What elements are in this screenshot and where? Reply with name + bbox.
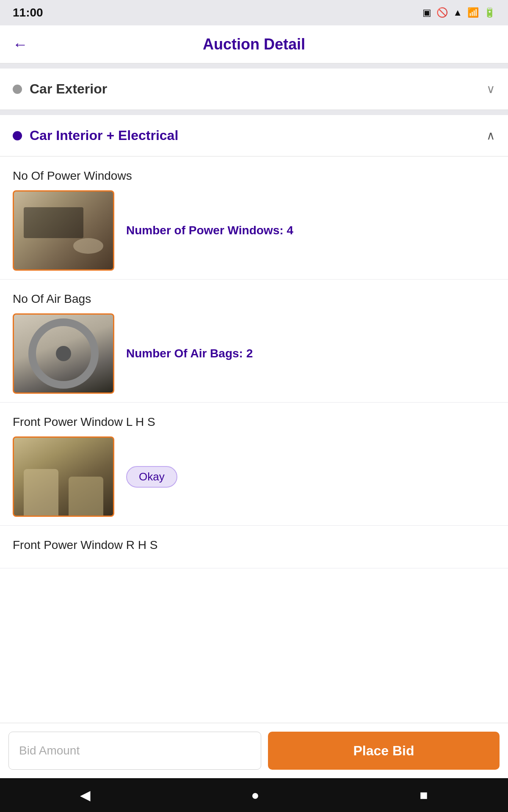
status-icons: ▣ 🚫 ▲ 📶 🔋 xyxy=(422,7,495,18)
sim-icon: ▣ xyxy=(422,7,431,18)
car-interior-header-left: Car Interior + Electrical xyxy=(13,128,178,143)
car-exterior-chevron-icon: ∨ xyxy=(486,82,495,96)
section-divider-middle xyxy=(0,110,508,115)
section-divider-top xyxy=(0,63,508,69)
air-bags-value: Number Of Air Bags: 2 xyxy=(126,347,253,360)
wifi-icon: ▲ xyxy=(453,7,462,18)
nav-recents-button[interactable]: ■ xyxy=(407,784,440,807)
power-windows-title: No Of Power Windows xyxy=(13,169,495,183)
power-windows-row: Number of Power Windows: 4 xyxy=(13,190,495,271)
power-windows-image[interactable] xyxy=(13,190,114,271)
car-interior-title: Car Interior + Electrical xyxy=(30,128,178,143)
air-bags-title: No Of Air Bags xyxy=(13,292,495,306)
inspection-item-front-window-lhs: Front Power Window L H S Okay xyxy=(0,403,508,526)
status-bar: 11:00 ▣ 🚫 ▲ 📶 🔋 xyxy=(0,0,508,25)
car-exterior-dot xyxy=(13,85,22,94)
front-window-lhs-row: Okay xyxy=(13,436,495,517)
inspection-item-air-bags: No Of Air Bags Number Of Air Bags: 2 xyxy=(0,280,508,403)
car-exterior-title: Car Exterior xyxy=(30,81,107,97)
air-bags-image[interactable] xyxy=(13,313,114,394)
front-window-rhs-title: Front Power Window R H S xyxy=(13,538,495,552)
nav-back-button[interactable]: ◀ xyxy=(67,784,103,807)
front-window-lhs-title: Front Power Window L H S xyxy=(13,415,495,429)
car-interior-chevron-icon: ∧ xyxy=(486,129,495,143)
status-time: 11:00 xyxy=(13,6,43,19)
place-bid-button[interactable]: Place Bid xyxy=(268,732,500,770)
blocked-icon: 🚫 xyxy=(436,7,448,18)
front-window-lhs-image[interactable] xyxy=(13,436,114,517)
air-bags-row: Number Of Air Bags: 2 xyxy=(13,313,495,394)
signal-icon: 📶 xyxy=(467,7,479,18)
inspection-item-front-window-rhs: Front Power Window R H S xyxy=(0,526,508,568)
front-window-lhs-badge: Okay xyxy=(126,466,177,488)
inspection-content-area: No Of Power Windows Number of Power Wind… xyxy=(0,156,508,723)
front-window-lhs-image-inner xyxy=(14,438,113,516)
android-nav-bar: ◀ ● ■ xyxy=(0,778,508,812)
car-interior-section: Car Interior + Electrical ∧ xyxy=(0,115,508,156)
car-interior-dot xyxy=(13,131,22,140)
car-interior-header[interactable]: Car Interior + Electrical ∧ xyxy=(0,115,508,156)
car-exterior-header-left: Car Exterior xyxy=(13,81,107,97)
header: ← Auction Detail xyxy=(0,25,508,63)
bid-amount-input[interactable] xyxy=(8,732,261,770)
back-button[interactable]: ← xyxy=(13,37,28,52)
nav-home-button[interactable]: ● xyxy=(238,784,272,807)
bid-area: Place Bid xyxy=(0,723,508,778)
car-exterior-header[interactable]: Car Exterior ∨ xyxy=(0,69,508,110)
air-bags-image-inner xyxy=(14,315,113,392)
power-windows-image-inner xyxy=(14,192,113,269)
power-windows-value: Number of Power Windows: 4 xyxy=(126,224,293,237)
battery-icon: 🔋 xyxy=(484,7,495,18)
car-exterior-section: Car Exterior ∨ xyxy=(0,69,508,110)
inspection-item-power-windows: No Of Power Windows Number of Power Wind… xyxy=(0,156,508,280)
page-title: Auction Detail xyxy=(203,36,305,53)
